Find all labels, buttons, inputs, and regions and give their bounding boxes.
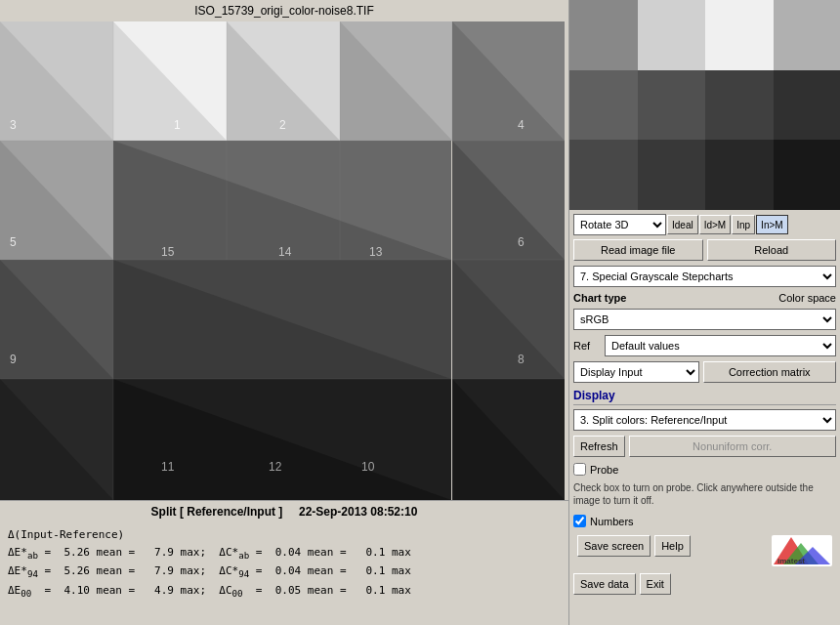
- correction-matrix-button[interactable]: Correction matrix: [703, 361, 837, 383]
- save-exit-row: Save data Exit: [573, 572, 836, 596]
- preview-patch: [774, 0, 841, 70]
- svg-text:9: 9: [10, 353, 17, 366]
- numbers-row: Numbers: [573, 513, 836, 529]
- inp-tab[interactable]: Inp: [732, 215, 755, 234]
- stats-line1: Δ(Input-Reference): [8, 526, 561, 544]
- svg-text:2: 2: [279, 118, 286, 132]
- probe-label[interactable]: Probe: [590, 464, 618, 476]
- preview-patch: [705, 140, 774, 210]
- preview-patch: [638, 70, 706, 141]
- left-panel: ISO_15739_origi_color-noise8.TIF 3 1 2: [0, 0, 568, 625]
- preview-patch: [638, 0, 706, 70]
- controls-panel: Rotate 3D Ideal Id>M Inp In>M Read image…: [569, 210, 840, 600]
- svg-text:imatest: imatest: [777, 557, 805, 565]
- color-space-label: Color space: [778, 292, 836, 304]
- srgb-row: sRGB: [573, 308, 836, 331]
- reload-button[interactable]: Reload: [707, 239, 837, 261]
- svg-text:12: 12: [269, 460, 282, 474]
- id-m-tab[interactable]: Id>M: [699, 215, 732, 234]
- help-button[interactable]: Help: [654, 535, 691, 557]
- display-section-header: Display: [573, 387, 836, 405]
- ideal-tab[interactable]: Ideal: [667, 215, 698, 234]
- display-dropdown[interactable]: 3. Split colors: Reference/Input: [573, 409, 836, 431]
- ref-label: Ref: [573, 340, 601, 352]
- image-area: 3 1 2 4 5: [0, 21, 565, 500]
- refresh-button[interactable]: Refresh: [573, 436, 625, 457]
- in-m-tab[interactable]: In>M: [756, 215, 788, 234]
- preview-area: [569, 0, 840, 210]
- main-container: ISO_15739_origi_color-noise8.TIF 3 1 2: [0, 0, 840, 625]
- refresh-nonuniform-row: Refresh Nonuniform corr.: [573, 435, 836, 458]
- stats-area: Δ(Input-Reference) ΔE*ab = 5.26 mean = 7…: [0, 522, 568, 605]
- nonuniform-button[interactable]: Nonuniform corr.: [629, 436, 836, 457]
- chart-type-row: Chart type Color space: [573, 291, 836, 305]
- preview-patch: [705, 0, 774, 70]
- display-dropdown-row: 3. Split colors: Reference/Input: [573, 408, 836, 432]
- svg-text:1: 1: [174, 118, 181, 132]
- image-title: ISO_15739_origi_color-noise8.TIF: [0, 0, 568, 21]
- preview-patch: [705, 70, 774, 141]
- save-data-button[interactable]: Save data: [573, 573, 636, 595]
- svg-text:6: 6: [518, 235, 525, 249]
- probe-description: Check box to turn on probe. Click anywhe…: [573, 480, 836, 510]
- status-date: 22-Sep-2013 08:52:10: [299, 505, 417, 519]
- preview-patch: [774, 140, 841, 210]
- preview-patch: [774, 70, 841, 141]
- imatest-logo: imatest: [772, 535, 832, 566]
- chart-dropdown[interactable]: 7. Special Grayscale Stepcharts: [573, 266, 836, 287]
- bottom-buttons: Save screen Help imatest: [573, 532, 836, 569]
- ref-dropdown[interactable]: Default values: [605, 335, 836, 356]
- status-bar: Split [ Reference/Input ] 22-Sep-2013 08…: [0, 500, 568, 522]
- logo-area: imatest: [772, 535, 832, 566]
- right-panel: Rotate 3D Ideal Id>M Inp In>M Read image…: [568, 0, 840, 625]
- svg-text:10: 10: [361, 460, 375, 474]
- chart-row: 7. Special Grayscale Stepcharts: [573, 265, 836, 288]
- rotate-dropdown[interactable]: Rotate 3D: [573, 214, 666, 235]
- status-text: Split [ Reference/Input ]: [151, 505, 283, 519]
- read-reload-row: Read image file Reload: [573, 238, 836, 262]
- srgb-dropdown[interactable]: sRGB: [573, 309, 836, 330]
- svg-text:14: 14: [278, 245, 292, 259]
- svg-text:11: 11: [161, 460, 175, 474]
- stepchart-svg: 3 1 2 4 5: [0, 21, 565, 500]
- svg-text:4: 4: [518, 118, 525, 132]
- probe-checkbox[interactable]: [573, 463, 586, 476]
- probe-row: Probe: [573, 461, 836, 478]
- svg-text:8: 8: [518, 353, 525, 366]
- svg-text:13: 13: [369, 245, 383, 259]
- stats-line2: ΔE*ab = 5.26 mean = 7.9 max; ΔC*ab = 0.0…: [8, 544, 561, 563]
- numbers-label[interactable]: Numbers: [590, 516, 634, 527]
- preview-patch: [569, 0, 638, 70]
- read-image-button[interactable]: Read image file: [573, 239, 703, 261]
- chart-type-label: Chart type: [573, 292, 626, 304]
- svg-text:15: 15: [161, 245, 175, 259]
- stats-line4: ΔE00 = 4.10 mean = 4.9 max; ΔC00 = 0.05 …: [8, 582, 561, 602]
- save-screen-button[interactable]: Save screen: [577, 535, 651, 557]
- exit-button[interactable]: Exit: [640, 573, 671, 595]
- ref-row: Ref Default values: [573, 334, 836, 357]
- toolbar-row-1: Rotate 3D Ideal Id>M Inp In>M: [573, 214, 836, 235]
- display-input-dropdown[interactable]: Display Input: [573, 361, 699, 383]
- svg-text:5: 5: [10, 235, 17, 249]
- preview-patch: [569, 140, 638, 210]
- display-correction-row: Display Input Correction matrix: [573, 360, 836, 384]
- preview-patch: [569, 70, 638, 141]
- stats-line3: ΔE*94 = 5.26 mean = 7.9 max; ΔC*94 = 0.0…: [8, 562, 561, 582]
- svg-text:3: 3: [10, 118, 17, 132]
- numbers-checkbox[interactable]: [573, 515, 586, 527]
- preview-patch: [638, 140, 706, 210]
